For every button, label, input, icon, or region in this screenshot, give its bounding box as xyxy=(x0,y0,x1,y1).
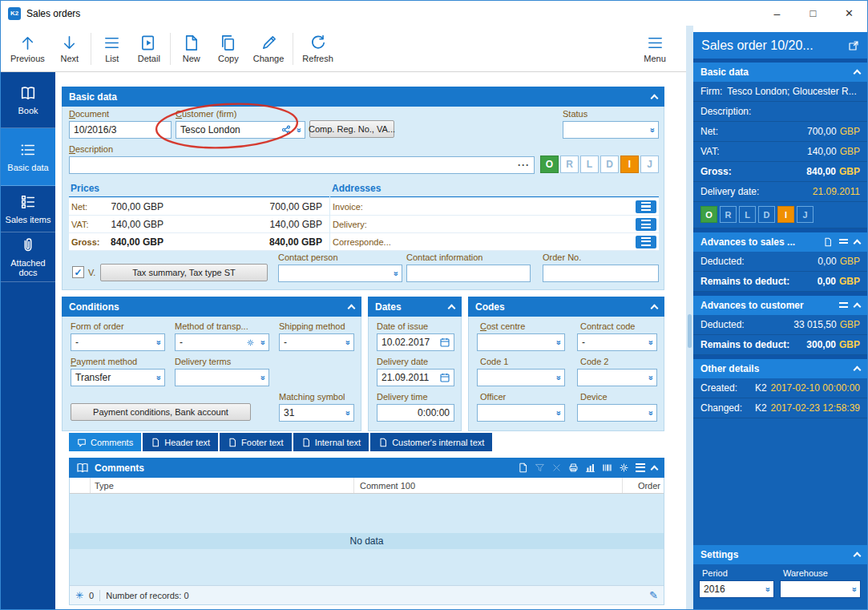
refresh-button[interactable]: Refresh xyxy=(296,28,340,70)
method-of-transport-select[interactable]: - xyxy=(175,333,269,351)
tab-internal-text[interactable]: Internal text xyxy=(293,433,369,451)
address-menu-button[interactable] xyxy=(636,200,656,213)
delivery-date-field[interactable]: 21.09.2011 xyxy=(377,369,454,386)
date-of-issue-field[interactable]: 10.02.2017 xyxy=(377,333,454,351)
conditions-panel-body: Form of order - Method of transp... - xyxy=(62,317,361,431)
address-menu-button[interactable] xyxy=(636,218,656,231)
flag-r-button[interactable]: R xyxy=(560,156,579,173)
basic-data-panel: Basic data Document 10/2016/3 xyxy=(62,87,664,290)
edit-pencil-icon[interactable] xyxy=(649,589,658,601)
collapse-chevron-icon[interactable] xyxy=(854,303,862,311)
app-icon[interactable] xyxy=(8,7,21,20)
device-select[interactable] xyxy=(577,404,657,422)
period-select[interactable]: 2016 xyxy=(699,580,774,598)
flag-i-button[interactable]: I xyxy=(777,206,794,223)
flag-d-button[interactable]: D xyxy=(600,156,619,173)
tab-comments[interactable]: Comments xyxy=(69,433,141,451)
form-of-order-select[interactable]: - xyxy=(71,333,165,351)
column-header-order[interactable]: Order xyxy=(623,478,664,493)
collapse-chevron-icon[interactable] xyxy=(348,304,356,312)
cancel-icon[interactable] xyxy=(551,463,562,473)
contact-person-select[interactable] xyxy=(278,265,402,282)
delivery-time-field[interactable]: 0:00:00 xyxy=(377,404,454,422)
collapse-chevron-icon[interactable] xyxy=(854,366,862,374)
more-options-icon[interactable] xyxy=(518,160,530,171)
column-header-comment[interactable]: Comment 100 xyxy=(354,478,623,493)
warehouse-select[interactable] xyxy=(780,580,861,598)
status-select[interactable] xyxy=(563,121,659,139)
contract-code-select[interactable]: - xyxy=(577,333,657,351)
code1-select[interactable] xyxy=(477,369,565,386)
order-no-field[interactable] xyxy=(543,265,659,282)
flag-o-button[interactable]: O xyxy=(540,156,559,173)
hamburger-icon[interactable] xyxy=(839,302,848,309)
flag-i-button[interactable]: I xyxy=(620,156,639,173)
sidebar-item-book[interactable]: Book xyxy=(1,72,55,128)
document-icon[interactable] xyxy=(823,237,833,247)
dropdown-icon xyxy=(553,340,562,345)
copy-button[interactable]: Copy xyxy=(210,28,247,70)
new-button[interactable]: New xyxy=(173,28,210,70)
address-menu-button[interactable] xyxy=(636,236,656,248)
previous-button[interactable]: Previous xyxy=(4,28,51,70)
collapse-chevron-icon[interactable] xyxy=(651,94,659,102)
flag-o-button[interactable]: O xyxy=(700,206,717,223)
sidebar-item-basic-data[interactable]: Basic data xyxy=(1,128,55,186)
chart-icon[interactable] xyxy=(585,463,595,473)
new-document-icon[interactable] xyxy=(518,463,528,473)
matching-symbol-select[interactable]: 31 xyxy=(279,404,354,422)
flag-l-button[interactable]: L xyxy=(739,206,756,223)
change-button[interactable]: Change xyxy=(247,28,291,70)
payment-conditions-button[interactable]: Payment conditions, Bank account xyxy=(71,403,251,421)
tab-header-text[interactable]: Header text xyxy=(143,433,218,451)
method-of-transport-label: Method of transp... xyxy=(175,321,269,331)
barcode-icon[interactable] xyxy=(602,463,612,473)
officer-select[interactable] xyxy=(477,404,565,422)
flag-l-button[interactable]: L xyxy=(580,156,599,173)
payment-method-select[interactable]: Transfer xyxy=(71,369,165,386)
collapse-chevron-icon[interactable] xyxy=(854,240,862,248)
flag-d-button[interactable]: D xyxy=(758,206,775,223)
delivery-time-label: Delivery time xyxy=(377,392,454,402)
filter-icon[interactable] xyxy=(535,463,545,473)
sidebar-item-attached-docs[interactable]: Attached docs xyxy=(1,232,55,282)
detail-button[interactable]: Detail xyxy=(131,28,168,70)
delivery-terms-select[interactable] xyxy=(175,369,269,386)
flag-j-button[interactable]: J xyxy=(640,156,659,173)
collapse-chevron-icon[interactable] xyxy=(854,552,862,560)
collapse-chevron-icon[interactable] xyxy=(651,465,659,473)
flag-r-button[interactable]: R xyxy=(720,206,737,223)
sidebar-item-sales-items[interactable]: Sales items xyxy=(1,186,55,232)
description-field[interactable] xyxy=(69,156,535,174)
gear-icon[interactable] xyxy=(619,463,629,473)
collapse-chevron-icon[interactable] xyxy=(854,70,862,78)
cost-centre-select[interactable] xyxy=(477,333,565,351)
list-button[interactable]: List xyxy=(94,28,131,70)
panel-splitter[interactable] xyxy=(686,26,693,609)
minimize-button[interactable] xyxy=(759,1,795,26)
print-icon[interactable] xyxy=(568,463,579,473)
hamburger-icon[interactable] xyxy=(636,463,645,472)
comp-reg-button[interactable]: Comp. Reg. No., VA... xyxy=(309,120,394,138)
menu-button[interactable]: Menu xyxy=(636,28,673,70)
tab-footer-text[interactable]: Footer text xyxy=(220,433,292,451)
flag-j-button[interactable]: J xyxy=(797,206,813,223)
code1-label: Code 1 xyxy=(477,357,565,366)
collapse-chevron-icon[interactable] xyxy=(448,304,456,312)
next-button[interactable]: Next xyxy=(51,28,88,70)
collapse-chevron-icon[interactable] xyxy=(651,304,659,312)
tab-customers-internal-text[interactable]: Customer's internal text xyxy=(370,433,492,451)
customer-firm-field[interactable]: Tesco London xyxy=(176,121,305,139)
code2-select[interactable] xyxy=(577,369,657,386)
document-field[interactable]: 10/2016/3 xyxy=(69,121,172,139)
maximize-button[interactable] xyxy=(795,1,831,26)
column-header-type[interactable]: Type xyxy=(91,478,354,493)
shipping-method-select[interactable]: - xyxy=(279,333,354,351)
open-in-window-icon[interactable] xyxy=(848,40,859,51)
close-button[interactable] xyxy=(831,1,867,26)
vat-checkbox[interactable] xyxy=(72,266,84,278)
contact-information-field[interactable] xyxy=(406,265,531,282)
tax-summary-button[interactable]: Tax summary, Tax type ST xyxy=(100,264,268,281)
hamburger-icon[interactable] xyxy=(839,239,848,246)
splitter-grip[interactable] xyxy=(688,314,692,348)
